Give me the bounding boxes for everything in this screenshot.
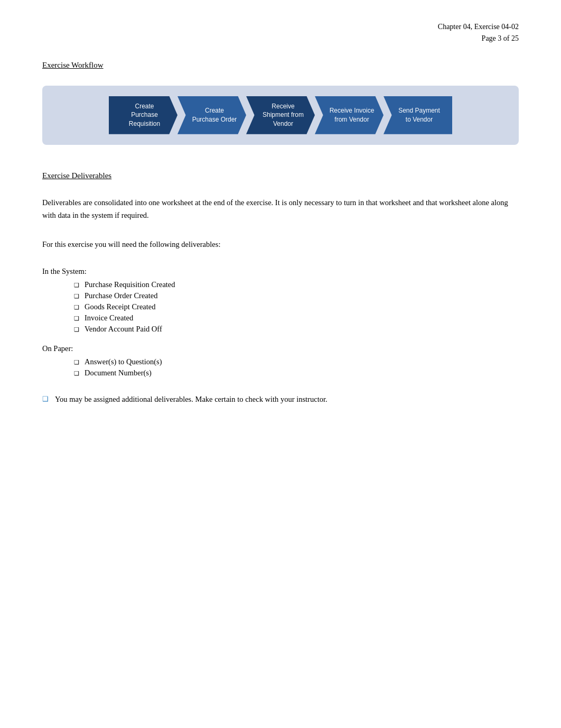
list-item: Purchase Order Created [74, 291, 519, 300]
list-item: Answer(s) to Question(s) [74, 357, 519, 366]
list-item: Purchase Requisition Created [74, 280, 519, 289]
workflow-step-5: Send Paymentto Vendor [384, 96, 452, 134]
list-item: Invoice Created [74, 314, 519, 322]
on-paper-list: Answer(s) to Question(s) Document Number… [42, 357, 519, 377]
step-label-1: CreatePurchaseRequisition [129, 102, 160, 128]
step-label-4: Receive Invoicefrom Vendor [330, 106, 375, 124]
list-item: Vendor Account Paid Off [74, 325, 519, 334]
note-icon: ❑ [42, 395, 49, 403]
page-header: Chapter 04, Exercise 04-02 Page 3 of 25 [42, 21, 519, 45]
list-item: Goods Receipt Created [74, 302, 519, 311]
workflow-step-2: CreatePurchase Order [177, 96, 246, 134]
exercise-workflow-title: Exercise Workflow [42, 61, 519, 70]
step-shape-1: CreatePurchaseRequisition [109, 96, 177, 134]
step-shape-4: Receive Invoicefrom Vendor [315, 96, 384, 134]
step-label-5: Send Paymentto Vendor [398, 106, 440, 124]
workflow-step-4: Receive Invoicefrom Vendor [315, 96, 384, 134]
header-line2: Page 3 of 25 [42, 33, 519, 44]
in-system-section: In the System: Purchase Requisition Crea… [42, 267, 519, 334]
in-system-list: Purchase Requisition Created Purchase Or… [42, 280, 519, 334]
note-row: ❑ You may be assigned additional deliver… [42, 393, 519, 406]
note-text: You may be assigned additional deliverab… [55, 393, 328, 406]
in-system-label: In the System: [42, 267, 519, 276]
deliverables-title: Exercise Deliverables [42, 171, 519, 180]
step-shape-2: CreatePurchase Order [177, 96, 246, 134]
step-label-2: CreatePurchase Order [192, 106, 237, 124]
on-paper-section: On Paper: Answer(s) to Question(s) Docum… [42, 344, 519, 377]
step-shape-5: Send Paymentto Vendor [384, 96, 452, 134]
list-item: Document Number(s) [74, 368, 519, 377]
workflow-step-1: CreatePurchaseRequisition [109, 96, 177, 134]
step-shape-3: ReceiveShipment fromVendor [246, 96, 315, 134]
page: Chapter 04, Exercise 04-02 Page 3 of 25 … [0, 0, 561, 728]
on-paper-label: On Paper: [42, 344, 519, 353]
workflow-step-3: ReceiveShipment fromVendor [246, 96, 315, 134]
workflow-diagram: CreatePurchaseRequisition CreatePurchase… [42, 86, 519, 145]
body-text-1: Deliverables are consolidated into one w… [42, 196, 519, 222]
body-text-2: For this exercise you will need the foll… [42, 238, 519, 251]
header-line1: Chapter 04, Exercise 04-02 [42, 21, 519, 33]
step-label-3: ReceiveShipment fromVendor [263, 102, 304, 128]
